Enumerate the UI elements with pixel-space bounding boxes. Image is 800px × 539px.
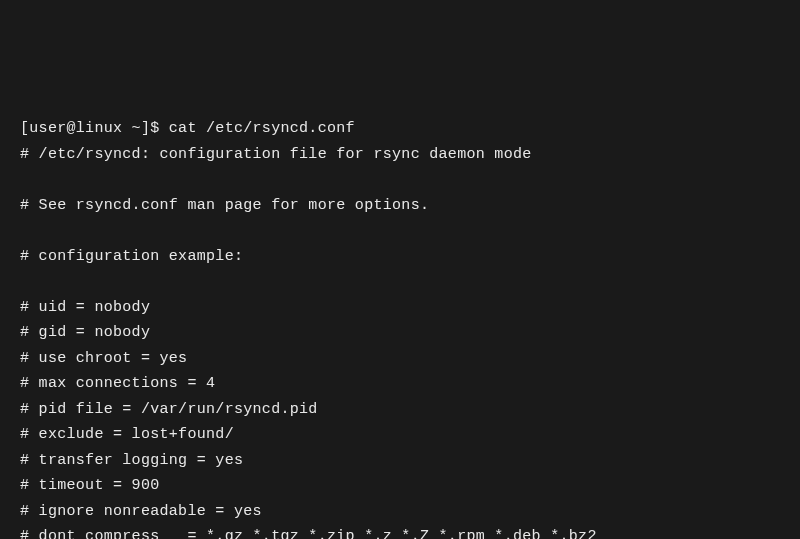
terminal-line: # transfer logging = yes (20, 448, 780, 474)
terminal-line: # max connections = 4 (20, 371, 780, 397)
terminal-line: # /etc/rsyncd: configuration file for rs… (20, 142, 780, 168)
terminal-line (20, 218, 780, 244)
terminal-line: # uid = nobody (20, 295, 780, 321)
terminal-line: [user@linux ~]$ cat /etc/rsyncd.conf (20, 116, 780, 142)
terminal-output: [user@linux ~]$ cat /etc/rsyncd.conf# /e… (20, 116, 780, 539)
terminal-line (20, 167, 780, 193)
terminal-line: # exclude = lost+found/ (20, 422, 780, 448)
terminal-line: # use chroot = yes (20, 346, 780, 372)
terminal-line: # timeout = 900 (20, 473, 780, 499)
terminal-line: # gid = nobody (20, 320, 780, 346)
terminal-line: # configuration example: (20, 244, 780, 270)
terminal-line: # ignore nonreadable = yes (20, 499, 780, 525)
terminal-line: # pid file = /var/run/rsyncd.pid (20, 397, 780, 423)
terminal-line: # See rsyncd.conf man page for more opti… (20, 193, 780, 219)
terminal-line: # dont compress = *.gz *.tgz *.zip *.z *… (20, 524, 780, 539)
terminal-line (20, 269, 780, 295)
